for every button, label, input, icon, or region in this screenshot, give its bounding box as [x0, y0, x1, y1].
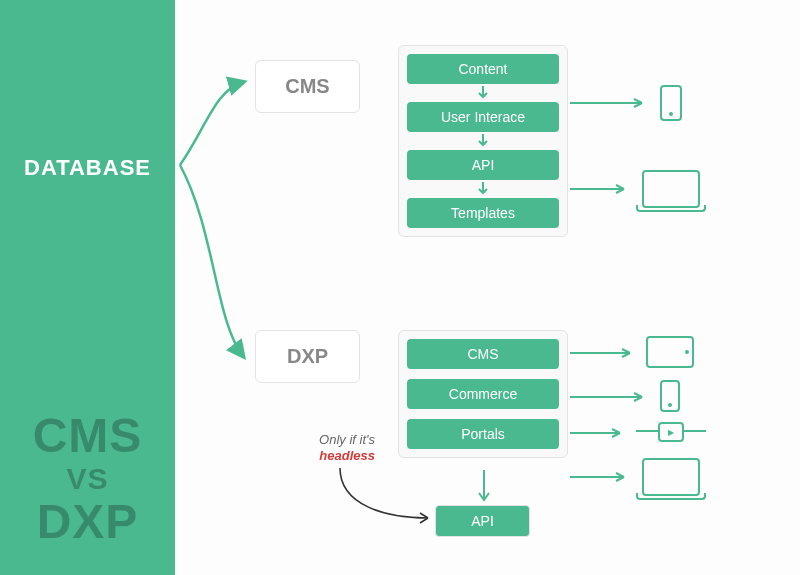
spacer: [407, 409, 559, 419]
laptop-icon: [642, 458, 700, 496]
cms-block-templates: Templates: [407, 198, 559, 228]
arrow-right-icon: [570, 394, 650, 400]
dxp-type-box: DXP: [255, 330, 360, 383]
dxp-block-commerce: Commerce: [407, 379, 559, 409]
arrow-down-icon: [407, 84, 559, 102]
branch-connector: [175, 60, 265, 380]
title-dxp: DXP: [0, 497, 175, 547]
headless-arrow: [330, 460, 440, 530]
dxp-block-portals: Portals: [407, 419, 559, 449]
arrow-down-icon: [478, 470, 490, 504]
watch-band-icon: [636, 430, 658, 434]
arrow-right-icon: [570, 430, 628, 436]
arrow-right-icon: [570, 350, 638, 356]
cms-block-ui: User Interace: [407, 102, 559, 132]
title-cms: CMS: [0, 411, 175, 461]
sidebar: DATABASE CMS VS DXP: [0, 0, 175, 575]
tablet-icon: [646, 336, 694, 368]
arrow-right-icon: [570, 100, 650, 106]
title-cms-vs-dxp: CMS VS DXP: [0, 411, 175, 547]
cms-stack: Content User Interace API Templates: [398, 45, 568, 237]
arrow-right-icon: [570, 474, 632, 480]
arrow-down-icon: [407, 132, 559, 150]
headless-annotation-highlight: headless: [319, 448, 375, 463]
dxp-block-cms: CMS: [407, 339, 559, 369]
spacer: [407, 369, 559, 379]
title-vs: VS: [0, 463, 175, 495]
phone-icon: [660, 85, 682, 121]
arrow-down-icon: [407, 180, 559, 198]
watch-icon: [658, 422, 684, 442]
database-label: DATABASE: [0, 155, 175, 181]
arrow-right-icon: [570, 186, 632, 192]
dxp-stack: CMS Commerce Portals: [398, 330, 568, 458]
dxp-api-box: API: [435, 505, 530, 537]
laptop-icon: [642, 170, 700, 208]
headless-annotation: Only if it's headless: [285, 432, 375, 465]
phone-icon: [660, 380, 680, 412]
cms-block-api: API: [407, 150, 559, 180]
headless-annotation-prefix: Only if it's: [319, 432, 375, 447]
watch-band-icon: [684, 430, 706, 434]
cms-block-content: Content: [407, 54, 559, 84]
cms-type-box: CMS: [255, 60, 360, 113]
